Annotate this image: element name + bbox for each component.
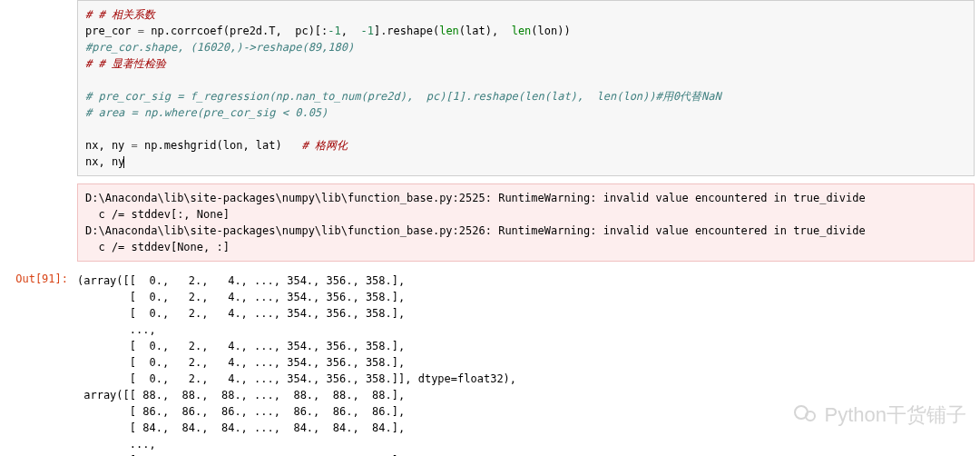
- code-num: -1: [328, 25, 340, 37]
- code-text: np.corrcoef(pre2d.T, pc)[:: [144, 25, 328, 37]
- code-text: np.meshgrid(lon, lat): [138, 139, 302, 152]
- warning-line: D:\Anaconda\lib\site-packages\numpy\lib\…: [85, 224, 866, 237]
- output-line: [ 84., 84., 84., ..., 84., 84., 84.],: [77, 421, 405, 434]
- stderr-output: D:\Anaconda\lib\site-packages\numpy\lib\…: [77, 183, 975, 262]
- output-line: ...,: [77, 323, 156, 336]
- output-line: [ 0., 2., 4., ..., 354., 356., 358.]], d…: [77, 372, 516, 385]
- output-line: [ 86., 86., 86., ..., 86., 86., 86.],: [77, 405, 405, 418]
- code-text: nx, ny: [85, 155, 124, 168]
- output-line: [ 0., 2., 4., ..., 354., 356., 358.],: [77, 291, 405, 303]
- code-comment: # # 相关系数: [85, 8, 155, 21]
- code-cell[interactable]: # # 相关系数 pre_cor = np.corrcoef(pre2d.T, …: [77, 0, 975, 176]
- code-op: =: [132, 139, 138, 152]
- code-builtin: len: [439, 25, 459, 37]
- code-text: ,: [341, 25, 361, 37]
- cursor-caret: [123, 156, 124, 168]
- output-line: ...,: [77, 438, 156, 451]
- code-text: nx, ny: [85, 139, 132, 152]
- warning-line: c /= stddev[:, None]: [85, 208, 230, 221]
- warning-line: D:\Anaconda\lib\site-packages\numpy\lib\…: [85, 192, 866, 204]
- code-text: pre_cor: [85, 25, 138, 37]
- code-builtin: len: [512, 25, 532, 37]
- code-comment: # area = np.where(pre_cor_sig < 0.05): [85, 106, 328, 119]
- code-num: -1: [360, 25, 373, 37]
- output-prompt: Out[91]:: [15, 273, 68, 285]
- code-comment: # # 显著性检验: [85, 57, 166, 70]
- code-comment: # 格网化: [301, 139, 347, 152]
- output-line: [ 0., 2., 4., ..., 354., 356., 358.],: [77, 340, 405, 352]
- output-line: [ 0., 2., 4., ..., 354., 356., 358.],: [77, 307, 405, 320]
- code-comment: #pre_cor.shape, (16020,)->reshape(89,180…: [85, 41, 354, 54]
- output-line: (array([[ 0., 2., 4., ..., 354., 356., 3…: [77, 274, 405, 287]
- output-line: array([[ 88., 88., 88., ..., 88., 88., 8…: [77, 389, 405, 401]
- warning-line: c /= stddev[None, :]: [85, 241, 230, 253]
- execute-result: (array([[ 0., 2., 4., ..., 354., 356., 3…: [77, 271, 980, 456]
- code-comment: # pre_cor_sig = f_regression(np.nan_to_n…: [85, 90, 721, 103]
- code-text: (lat),: [459, 25, 512, 37]
- code-text: (lon)): [531, 25, 570, 37]
- code-op: =: [138, 25, 144, 37]
- output-line: [ 0., 2., 4., ..., 354., 356., 358.],: [77, 356, 405, 369]
- code-text: ].reshape(: [374, 25, 439, 37]
